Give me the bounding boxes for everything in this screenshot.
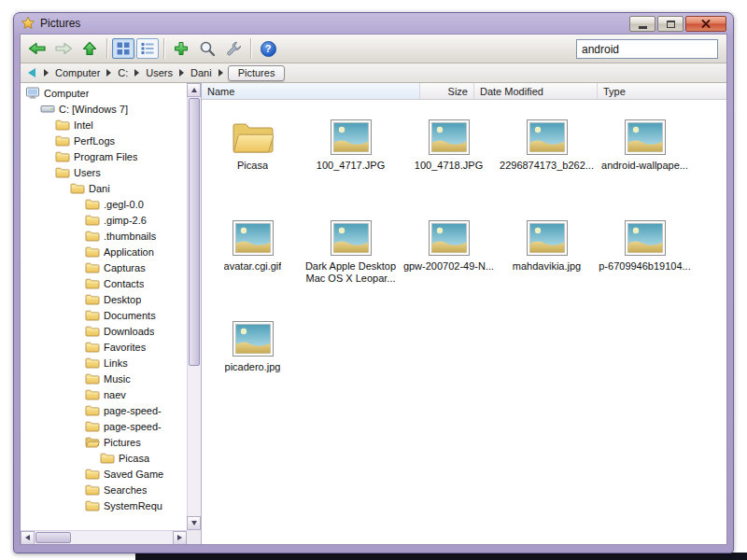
scrollbar-corner (187, 530, 201, 544)
file-item-100-4717-jpg[interactable]: 100_4717.JPG (302, 106, 400, 207)
tree-item-label: page-speed- (104, 405, 162, 416)
file-item-avatar-cgi-gif[interactable]: avatar.cgi.gif (204, 207, 302, 308)
details-view-button[interactable] (136, 38, 159, 59)
add-bookmark-button[interactable] (168, 36, 194, 61)
icon-view-button[interactable] (112, 38, 134, 59)
tree-item-page-speed[interactable]: page-speed- (21, 418, 187, 434)
file-item-2296874173-b262[interactable]: 2296874173_b262... (498, 106, 596, 207)
tree-item-gimp-2-6[interactable]: .gimp-2.6 (21, 212, 187, 228)
breadcrumb-back-icon[interactable] (28, 68, 35, 77)
tools-button[interactable] (220, 36, 247, 61)
tree-item-program-files[interactable]: Program Files (21, 148, 187, 164)
tree-item-users[interactable]: Users (21, 164, 187, 180)
titlebar[interactable]: Pictures (14, 13, 733, 34)
tree-item-documents[interactable]: Documents (21, 307, 187, 323)
tree-item-application[interactable]: Application (21, 244, 187, 259)
maximize-icon (667, 21, 675, 28)
forward-button[interactable] (50, 36, 77, 61)
image-thumbnail-icon (527, 209, 568, 256)
tree-item-thumbnails[interactable]: .thumbnails (21, 228, 187, 244)
tree-vscroll-down-button[interactable] (187, 516, 201, 530)
breadcrumb-item-current[interactable]: Pictures (228, 65, 286, 81)
folder-open-icon (85, 436, 101, 448)
tree-item-music[interactable]: Music (21, 371, 187, 386)
tree-item-intel[interactable]: Intel (21, 117, 187, 133)
tree-vertical-scrollbar[interactable] (187, 83, 201, 530)
help-button[interactable]: ? (255, 36, 281, 61)
tree-horizontal-scrollbar[interactable] (21, 530, 187, 544)
folder-icon (85, 404, 101, 416)
search-button[interactable] (194, 36, 220, 61)
tree-item-gegl-0-0[interactable]: .gegl-0.0 (21, 196, 187, 212)
file-item-picasa[interactable]: Picasa (204, 106, 302, 207)
column-header-type[interactable]: Type (598, 83, 726, 99)
arrow-down-icon (191, 521, 197, 525)
breadcrumb-item-c[interactable]: C: (116, 66, 130, 79)
folder-icon (85, 230, 101, 242)
tree-item-label: Searches (104, 484, 147, 496)
tree-item-downloads[interactable]: Downloads (21, 323, 187, 339)
background-taskbar-strip (135, 553, 747, 560)
tree-item-capturas[interactable]: Capturas (21, 259, 187, 275)
tree-hscroll-left-button[interactable] (21, 531, 35, 545)
tree-item-label: Pictures (104, 437, 141, 448)
search-input[interactable] (576, 39, 718, 59)
column-header-date-modified[interactable]: Date Modified (474, 83, 598, 99)
tree-item-picasa[interactable]: Picasa (21, 450, 187, 466)
image-thumbnail-icon (429, 108, 470, 155)
column-header-size[interactable]: Size (420, 83, 474, 99)
breadcrumb-item-computer[interactable]: Computer (53, 66, 102, 79)
folder-icon (85, 341, 101, 353)
close-button[interactable] (685, 16, 726, 32)
tree-item-searches[interactable]: Searches (21, 482, 187, 497)
file-item-gpw-200702-49-n[interactable]: gpw-200702-49-N... (400, 207, 498, 308)
file-list-panel: Name Size Date Modified Type Picasa100_4… (202, 83, 726, 544)
tree-item-links[interactable]: Links (21, 355, 187, 371)
folder-icon (85, 357, 101, 369)
tree-item-computer[interactable]: Computer (21, 85, 187, 101)
column-header-name[interactable]: Name (202, 83, 420, 99)
tree-item-favorites[interactable]: Favorites (21, 339, 187, 355)
tree-item-c-windows-7[interactable]: C: [Windows 7] (21, 101, 187, 117)
file-item-picadero-jpg[interactable]: picadero.jpg (204, 308, 302, 409)
folder-icon (85, 325, 101, 337)
image-thumbnail-icon (233, 209, 274, 256)
tree-item-dani[interactable]: Dani (21, 180, 187, 196)
grid-view-icon (116, 41, 131, 56)
breadcrumb-item-users[interactable]: Users (144, 66, 175, 79)
folder-icon (85, 388, 101, 400)
file-item-100-4718-jpg[interactable]: 100_4718.JPG (400, 106, 498, 207)
arrow-left-icon (25, 535, 30, 540)
tree-item-contacts[interactable]: Contacts (21, 275, 187, 291)
window-body: ? ComputerC:UsersDaniPictures ComputerC:… (20, 34, 727, 545)
folder-icon (55, 119, 71, 131)
folder-icon (85, 214, 101, 226)
maximize-button[interactable] (657, 16, 684, 32)
tree-item-systemrequ[interactable]: SystemRequ (21, 497, 187, 513)
file-item-mahdavikia-jpg[interactable]: mahdavikia.jpg (498, 207, 596, 308)
tree-item-label: .gegl-0.0 (104, 199, 144, 210)
image-thumbnail-icon (331, 108, 372, 155)
tree-item-naev[interactable]: naev (21, 386, 187, 402)
minimize-button[interactable] (629, 16, 655, 32)
breadcrumb-bar: ComputerC:UsersDaniPictures (21, 63, 726, 83)
up-button[interactable] (77, 36, 103, 61)
file-name: Dark Apple Desktop Mac OS X Leopar... (303, 260, 399, 285)
back-button[interactable] (24, 36, 50, 61)
tree-item-saved-game[interactable]: Saved Game (21, 466, 187, 482)
folder-tree-panel: ComputerC: [Windows 7]IntelPerfLogsProgr… (21, 83, 202, 544)
tree-hscroll-thumb[interactable] (35, 532, 71, 543)
file-item-android-wallpape[interactable]: android-wallpape... (596, 106, 694, 207)
tree-item-desktop[interactable]: Desktop (21, 291, 187, 307)
tree-vscroll-thumb[interactable] (189, 98, 200, 366)
tree-item-pictures[interactable]: Pictures (21, 434, 187, 450)
tree-item-label: Links (104, 357, 128, 369)
tree-vscroll-up-button[interactable] (187, 83, 201, 97)
file-item-p-6709946b19104[interactable]: p-6709946b19104... (596, 207, 694, 308)
tree-item-perflogs[interactable]: PerfLogs (21, 133, 187, 148)
tree-item-page-speed[interactable]: page-speed- (21, 402, 187, 418)
tree-item-label: Computer (44, 88, 89, 99)
tree-hscroll-right-button[interactable] (173, 531, 187, 545)
breadcrumb-item-dani[interactable]: Dani (189, 66, 214, 79)
file-item-dark-apple-desktop-mac-os-x-leopar[interactable]: Dark Apple Desktop Mac OS X Leopar... (302, 207, 400, 308)
